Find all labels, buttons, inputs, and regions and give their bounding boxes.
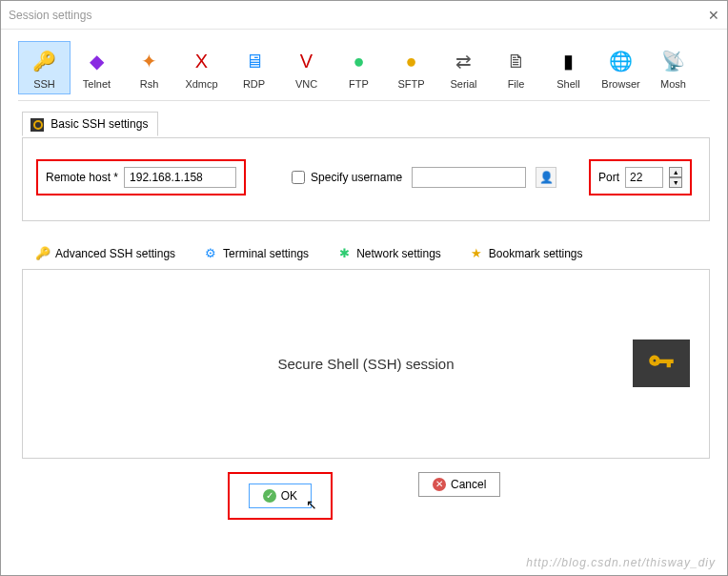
rdp-icon: 🖥	[229, 48, 279, 74]
ok-highlight: ✓ OK ↖	[228, 472, 333, 520]
session-type-label: VNC	[281, 78, 332, 90]
cancel-label: Cancel	[451, 478, 486, 491]
window-title: Session settings	[9, 9, 91, 22]
username-input[interactable]	[412, 167, 526, 188]
tab-bookmark-settings[interactable]: ★Bookmark settings	[455, 238, 597, 269]
session-type-serial[interactable]: ⇄Serial	[437, 41, 490, 94]
sftp-icon: ●	[386, 48, 436, 74]
mosh-icon: 📡	[648, 48, 698, 74]
session-type-label: Shell	[543, 78, 594, 90]
session-type-mosh[interactable]: 📡Mosh	[647, 41, 699, 94]
session-type-rdp[interactable]: 🖥RDP	[228, 41, 280, 94]
session-type-label: Serial	[438, 78, 489, 90]
tab-icon: ✱	[337, 247, 351, 260]
cancel-icon: ✕	[433, 478, 446, 491]
specify-username-checkbox[interactable]	[292, 171, 305, 184]
tab-basic-ssh[interactable]: Basic SSH settings	[22, 112, 158, 136]
session-type-file[interactable]: 🗎File	[490, 41, 542, 94]
session-type-label: File	[491, 78, 541, 90]
session-type-label: RDP	[229, 78, 279, 90]
tab-icon: 🔑	[36, 247, 50, 260]
content-title: Secure Shell (SSH) session	[277, 356, 454, 372]
port-spin-up[interactable]: ▲	[669, 167, 682, 177]
session-type-label: Xdmcp	[176, 78, 227, 90]
key-icon	[30, 118, 44, 132]
specify-username-label: Specify username	[311, 171, 402, 184]
session-type-shell[interactable]: ▮Shell	[542, 41, 595, 94]
tab-icon: ★	[470, 247, 483, 260]
sub-tab-bar: 🔑Advanced SSH settings⚙Terminal settings…	[22, 238, 710, 270]
shell-icon: ▮	[543, 48, 594, 74]
rsh-icon: ✦	[124, 48, 174, 74]
specify-username-group: Specify username	[292, 171, 402, 184]
session-type-label: SSH	[19, 78, 70, 90]
remote-host-label: Remote host *	[46, 171, 118, 184]
tab-label: Terminal settings	[223, 247, 309, 260]
basic-ssh-panel: Remote host * Specify username 👤 Port ▲ …	[22, 137, 710, 221]
session-type-label: SFTP	[386, 78, 436, 90]
watermark: http://blog.csdn.net/thisway_diy	[526, 556, 716, 569]
telnet-icon: ◆	[71, 48, 122, 74]
check-icon: ✓	[263, 489, 276, 503]
port-input[interactable]	[625, 167, 663, 188]
session-type-browser[interactable]: 🌐Browser	[595, 41, 647, 94]
ssh-key-large-icon	[633, 339, 690, 387]
session-type-xdmcp[interactable]: XXdmcp	[175, 41, 228, 94]
ssh-icon: 🔑	[19, 48, 70, 74]
port-highlight: Port ▲ ▼	[589, 159, 692, 195]
session-type-label: Mosh	[648, 78, 698, 90]
tab-label: Network settings	[356, 247, 441, 260]
tab-advanced-ssh-settings[interactable]: 🔑Advanced SSH settings	[22, 238, 190, 269]
tab-label: Advanced SSH settings	[55, 247, 175, 260]
vnc-icon: V	[281, 48, 332, 74]
serial-icon: ⇄	[438, 48, 489, 74]
tab-terminal-settings[interactable]: ⚙Terminal settings	[190, 238, 323, 269]
ok-label: OK	[281, 489, 297, 503]
file-icon: 🗎	[491, 48, 541, 74]
session-type-bar: 🔑SSH◆Telnet✦RshXXdmcp🖥RDPVVNC●FTP●SFTP⇄S…	[1, 30, 727, 100]
remote-host-input[interactable]	[124, 167, 236, 188]
session-type-vnc[interactable]: VVNC	[280, 41, 333, 94]
tab-network-settings[interactable]: ✱Network settings	[323, 238, 455, 269]
tab-icon: ⚙	[204, 247, 217, 260]
session-type-label: Telnet	[71, 78, 122, 90]
port-label: Port	[598, 171, 619, 184]
cancel-button[interactable]: ✕ Cancel	[418, 472, 500, 497]
session-type-label: FTP	[334, 78, 384, 90]
session-type-label: Browser	[596, 78, 646, 90]
xdmcp-icon: X	[176, 48, 227, 74]
session-type-ssh[interactable]: 🔑SSH	[18, 41, 71, 94]
user-picker-button[interactable]: 👤	[536, 167, 556, 188]
session-type-sftp[interactable]: ●SFTP	[385, 41, 437, 94]
session-type-label: Rsh	[124, 78, 174, 90]
port-spinner: ▲ ▼	[669, 167, 682, 188]
session-type-rsh[interactable]: ✦Rsh	[123, 41, 175, 94]
titlebar: Session settings ✕	[1, 1, 727, 30]
cursor-icon: ↖	[306, 497, 317, 512]
close-icon[interactable]: ✕	[708, 8, 719, 23]
port-spin-down[interactable]: ▼	[669, 177, 682, 188]
session-type-ftp[interactable]: ●FTP	[333, 41, 385, 94]
remote-host-highlight: Remote host *	[36, 159, 246, 195]
divider	[18, 100, 710, 101]
content-panel: Secure Shell (SSH) session	[22, 270, 710, 459]
browser-icon: 🌐	[596, 48, 646, 74]
ok-button[interactable]: ✓ OK	[249, 483, 312, 508]
tab-basic-ssh-label: Basic SSH settings	[51, 117, 148, 131]
tab-label: Bookmark settings	[489, 247, 583, 260]
ftp-icon: ●	[334, 48, 384, 74]
dialog-buttons: ✓ OK ↖ ✕ Cancel	[1, 472, 727, 520]
session-type-telnet[interactable]: ◆Telnet	[71, 41, 123, 94]
